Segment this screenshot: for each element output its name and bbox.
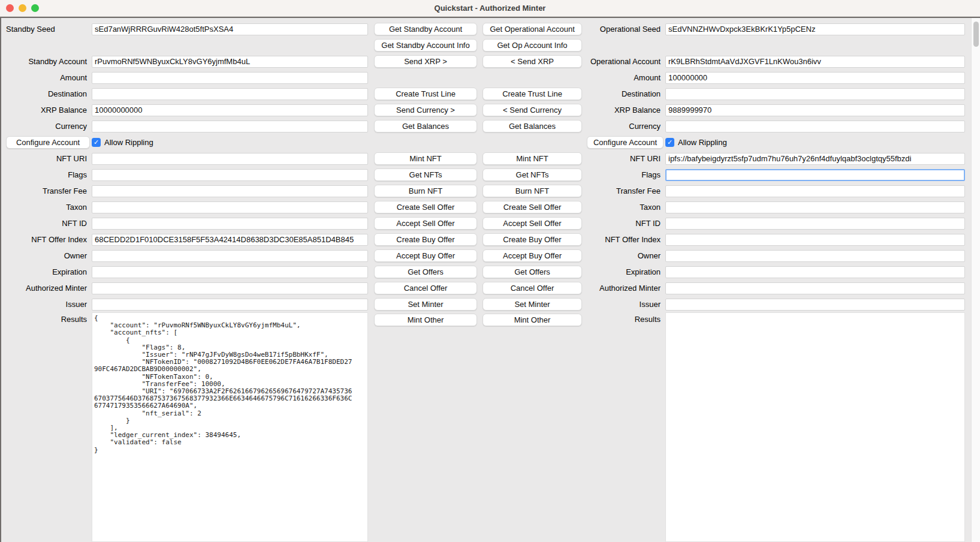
operational-get-offers-button[interactable]: Get Offers — [483, 266, 582, 278]
standby-taxon-input[interactable] — [92, 201, 368, 213]
operational-issuer-input[interactable] — [665, 299, 965, 311]
standby-currency-label: Currency — [1, 122, 90, 131]
get-standby-account-button[interactable]: Get Standby Account — [374, 23, 477, 35]
get-standby-account-info-button[interactable]: Get Standby Account Info — [374, 39, 477, 52]
standby-transfer-fee-input[interactable] — [92, 185, 368, 197]
standby-send-currency-button[interactable]: Send Currency > — [374, 104, 477, 116]
operational-get-nfts-button[interactable]: Get NFTs — [483, 168, 582, 181]
standby-seed-input[interactable] — [92, 23, 368, 35]
standby-xrp-balance-input[interactable] — [92, 104, 368, 116]
operational-taxon-input[interactable] — [665, 201, 965, 213]
operational-nft-offer-index-label: NFT Offer Index — [587, 235, 664, 244]
operational-configure-account-button[interactable]: Configure Account — [587, 136, 664, 149]
standby-owner-input[interactable] — [92, 250, 368, 262]
operational-seed-input[interactable] — [665, 23, 965, 35]
operational-taxon-label: Taxon — [587, 203, 664, 212]
operational-nft-uri-label: NFT URI — [587, 154, 664, 163]
operational-transfer-fee-label: Transfer Fee — [587, 186, 664, 195]
operational-amount-input[interactable] — [665, 72, 965, 84]
vertical-scrollbar[interactable] — [971, 18, 980, 542]
standby-currency-input[interactable] — [92, 121, 368, 133]
operational-results-label: Results — [587, 312, 664, 542]
operational-create-trust-line-button[interactable]: Create Trust Line — [483, 88, 582, 100]
standby-amount-label: Amount — [1, 73, 90, 82]
standby-get-balances-button[interactable]: Get Balances — [374, 120, 477, 133]
standby-accept-buy-offer-button[interactable]: Accept Buy Offer — [374, 249, 477, 262]
operational-cancel-offer-button[interactable]: Cancel Offer — [483, 282, 582, 294]
minimize-button[interactable] — [19, 4, 26, 12]
standby-allow-rippling-checkbox[interactable]: ✓ — [92, 138, 101, 147]
operational-create-sell-offer-button[interactable]: Create Sell Offer — [483, 201, 582, 213]
operational-flags-label: Flags — [587, 170, 664, 179]
row-account: Standby Account Send XRP > < Send XRP Op… — [1, 53, 980, 70]
operational-currency-input[interactable] — [665, 121, 965, 133]
title-bar[interactable]: Quickstart - Authorized Minter — [0, 0, 980, 17]
standby-create-sell-offer-button[interactable]: Create Sell Offer — [374, 201, 477, 213]
operational-allow-rippling-checkbox[interactable]: ✓ — [665, 138, 674, 147]
operational-send-currency-button[interactable]: < Send Currency — [483, 104, 582, 116]
close-button[interactable] — [6, 4, 14, 12]
operational-results-textarea[interactable] — [665, 312, 965, 542]
operational-amount-label: Amount — [587, 73, 664, 82]
operational-nft-uri-input[interactable] — [665, 153, 965, 165]
get-op-account-info-button[interactable]: Get Op Account Info — [483, 39, 582, 52]
standby-send-xrp-button[interactable]: Send XRP > — [374, 55, 477, 68]
row-configure: Configure Account ✓ Allow Rippling Confi… — [1, 134, 980, 150]
row-xrp-balance: XRP Balance Send Currency > < Send Curre… — [1, 102, 980, 118]
operational-mint-other-button[interactable]: Mint Other — [483, 314, 582, 326]
row-seed: Standby Seed Get Standby Account Get Ope… — [1, 21, 980, 37]
operational-owner-input[interactable] — [665, 250, 965, 262]
standby-results-label: Results — [1, 312, 90, 542]
operational-create-buy-offer-button[interactable]: Create Buy Offer — [483, 233, 582, 246]
standby-allow-rippling-label: Allow Rippling — [104, 138, 153, 147]
operational-destination-label: Destination — [587, 89, 664, 98]
standby-nft-uri-input[interactable] — [92, 153, 368, 165]
standby-create-trust-line-button[interactable]: Create Trust Line — [374, 88, 477, 100]
operational-set-minter-button[interactable]: Set Minter — [483, 298, 582, 311]
row-taxon: Taxon Create Sell Offer Create Sell Offe… — [1, 199, 980, 215]
operational-mint-nft-button[interactable]: Mint NFT — [483, 152, 582, 165]
standby-expiration-input[interactable] — [92, 266, 368, 278]
operational-xrp-balance-input[interactable] — [665, 104, 965, 116]
standby-get-offers-button[interactable]: Get Offers — [374, 266, 477, 278]
standby-set-minter-button[interactable]: Set Minter — [374, 298, 477, 311]
standby-mint-nft-button[interactable]: Mint NFT — [374, 152, 477, 165]
operational-expiration-input[interactable] — [665, 266, 965, 278]
operational-destination-input[interactable] — [665, 88, 965, 100]
operational-accept-buy-offer-button[interactable]: Accept Buy Offer — [483, 249, 582, 262]
get-operational-account-button[interactable]: Get Operational Account — [483, 23, 582, 35]
standby-accept-sell-offer-button[interactable]: Accept Sell Offer — [374, 217, 477, 230]
zoom-button[interactable] — [31, 4, 39, 12]
operational-get-balances-button[interactable]: Get Balances — [483, 120, 582, 133]
row-results: Results { "account": "rPuvmoRNf5WNByuxCk… — [1, 312, 980, 542]
standby-amount-input[interactable] — [92, 72, 368, 84]
standby-burn-nft-button[interactable]: Burn NFT — [374, 185, 477, 197]
standby-results-textarea[interactable]: { "account": "rPuvmoRNf5WNByuxCkLY8vGY6y… — [92, 312, 368, 542]
standby-destination-input[interactable] — [92, 88, 368, 100]
standby-get-nfts-button[interactable]: Get NFTs — [374, 168, 477, 181]
operational-authorized-minter-input[interactable] — [665, 282, 965, 294]
operational-account-input[interactable] — [665, 56, 965, 68]
standby-configure-account-button[interactable]: Configure Account — [6, 136, 90, 149]
operational-authorized-minter-label: Authorized Minter — [587, 284, 664, 293]
operational-nft-id-input[interactable] — [665, 218, 965, 230]
operational-transfer-fee-input[interactable] — [665, 185, 965, 197]
standby-issuer-input[interactable] — [92, 299, 368, 311]
operational-flags-input[interactable] — [665, 169, 965, 181]
checkmark-icon: ✓ — [667, 138, 673, 146]
operational-currency-label: Currency — [587, 122, 664, 131]
operational-send-xrp-button[interactable]: < Send XRP — [483, 55, 582, 68]
standby-cancel-offer-button[interactable]: Cancel Offer — [374, 282, 477, 294]
standby-account-input[interactable] — [92, 56, 368, 68]
standby-nft-id-input[interactable] — [92, 218, 368, 230]
standby-nft-offer-index-input[interactable] — [92, 234, 368, 246]
operational-nft-offer-index-input[interactable] — [665, 234, 965, 246]
standby-flags-input[interactable] — [92, 169, 368, 181]
scrollbar-thumb[interactable] — [973, 22, 979, 47]
standby-mint-other-button[interactable]: Mint Other — [374, 314, 477, 326]
standby-destination-label: Destination — [1, 89, 90, 98]
operational-accept-sell-offer-button[interactable]: Accept Sell Offer — [483, 217, 582, 230]
standby-create-buy-offer-button[interactable]: Create Buy Offer — [374, 233, 477, 246]
standby-authorized-minter-input[interactable] — [92, 282, 368, 294]
operational-burn-nft-button[interactable]: Burn NFT — [483, 185, 582, 197]
